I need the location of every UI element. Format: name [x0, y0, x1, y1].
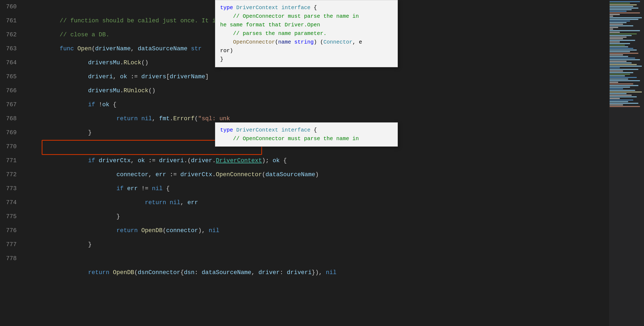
tooltip-popup-1: type DriverContext interface { // OpenCo…: [215, 0, 398, 67]
table-row: 777: [0, 238, 609, 252]
tooltip-line: }: [220, 55, 393, 64]
minimap-line: [610, 16, 613, 17]
line-number: 770: [0, 140, 24, 154]
minimap-line: [610, 70, 623, 72]
minimap-line: [610, 62, 632, 63]
table-row: 775 return OpenDB(connector), nil: [0, 210, 609, 224]
minimap-line: [610, 37, 627, 38]
param: dsn: [184, 269, 195, 276]
minimap-line: [610, 25, 633, 26]
punctuation: [109, 269, 113, 276]
minimap-line: [610, 6, 633, 7]
minimap-line: [610, 87, 630, 88]
minimap-line: [610, 43, 630, 44]
minimap-line: [610, 85, 638, 86]
minimap-line: [610, 33, 637, 34]
tooltip-line: // parses the name parameter.: [220, 29, 393, 38]
code-area[interactable]: 760 // function should be called just on…: [0, 0, 609, 326]
tooltip-popup-2: type DriverContext interface { // OpenCo…: [215, 122, 398, 147]
indent: [60, 269, 88, 276]
minimap-line: [610, 48, 633, 49]
minimap-line: [610, 80, 640, 81]
minimap-line: [610, 3, 630, 4]
minimap-line: [610, 30, 640, 31]
line-content: return OpenDB(dsnConnector{dsn: dataSour…: [24, 252, 609, 294]
table-row: 778 return OpenDB(dsnConnector{dsn: data…: [0, 252, 609, 266]
tooltip-line: type DriverContext interface {: [220, 3, 393, 12]
editor-container: 760 // function should be called just on…: [0, 0, 644, 326]
minimap-line: [610, 53, 638, 54]
line-number: 768: [0, 112, 24, 126]
minimap-line: [610, 12, 640, 13]
tooltip-line: ror): [220, 47, 393, 55]
minimap-line: [610, 74, 630, 75]
minimap-line: [610, 51, 630, 52]
minimap-line: [610, 98, 620, 99]
minimap-line: [610, 104, 623, 105]
minimap-line: [610, 9, 632, 10]
line-number: 776: [0, 224, 24, 238]
minimap-line: [610, 103, 638, 104]
line-number: 765: [0, 70, 24, 84]
table-row: 774 }: [0, 196, 609, 210]
minimap-line: [610, 58, 635, 59]
minimap-line: [610, 41, 620, 42]
minimap-line: [610, 38, 623, 39]
minimap-line: [610, 69, 638, 70]
keyword: return: [88, 269, 109, 276]
minimap-line: [610, 75, 625, 76]
line-number: 769: [0, 126, 24, 140]
line-number: 773: [0, 182, 24, 196]
minimap-line: [610, 90, 635, 91]
tooltip-line: he same format that Driver.Open: [220, 21, 393, 29]
punctuation: :: [195, 269, 202, 276]
minimap-line: [610, 72, 633, 73]
table-row: 776 }: [0, 224, 609, 238]
minimap-line: [610, 95, 632, 96]
param: driver: [258, 269, 280, 276]
table-row: 773 return nil, err: [0, 182, 609, 196]
minimap-line: [610, 101, 628, 102]
nil-keyword: nil: [326, 269, 337, 276]
line-number: 766: [0, 84, 24, 98]
minimap-line: [610, 35, 632, 36]
line-number: 775: [0, 210, 24, 224]
punctuation: (: [134, 269, 138, 276]
minimap-line: [610, 93, 627, 94]
minimap[interactable]: [609, 0, 644, 326]
punctuation: }),: [312, 269, 326, 276]
minimap-line: [610, 49, 637, 51]
line-number: 764: [0, 56, 24, 70]
minimap-line: [610, 19, 638, 20]
minimap-line: [610, 77, 637, 78]
minimap-line: [610, 29, 613, 30]
param: dsnConnector: [138, 269, 180, 276]
minimap-line: [610, 8, 638, 9]
tooltip-line: type DriverContext interface {: [220, 126, 393, 134]
minimap-line: [610, 46, 628, 47]
minimap-line: [610, 79, 628, 80]
minimap-line: [610, 82, 618, 83]
minimap-line: [610, 59, 640, 60]
line-content: [24, 238, 609, 252]
minimap-line: [610, 20, 630, 22]
punctuation: {: [180, 269, 184, 276]
minimap-line: [610, 64, 637, 65]
minimap-line: [610, 83, 633, 84]
line-number: 774: [0, 196, 24, 210]
minimap-line: [610, 91, 642, 93]
minimap-lines: [609, 0, 644, 109]
table-row: 765 driversMu.RUnlock(): [0, 70, 609, 84]
tooltip-line: // OpenConnector must parse the name in: [220, 12, 393, 21]
line-number: 771: [0, 154, 24, 168]
tooltip-line: // OpenConnector must parse the name in: [220, 134, 393, 143]
line-number: 762: [0, 28, 24, 42]
minimap-line: [610, 66, 642, 67]
minimap-line: [610, 88, 623, 89]
minimap-line: [610, 54, 623, 55]
minimap-line: [610, 45, 625, 46]
minimap-line: [610, 32, 620, 33]
table-row: 766 if !ok {: [0, 84, 609, 98]
line-number: 777: [0, 238, 24, 252]
minimap-line: [610, 1, 640, 2]
